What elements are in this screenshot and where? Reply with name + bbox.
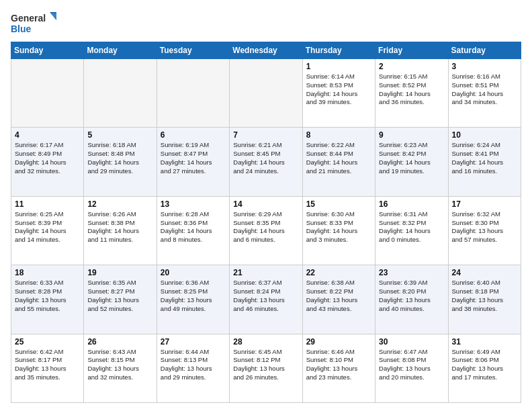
calendar-cell: 18Sunrise: 6:33 AM Sunset: 8:28 PM Dayli… bbox=[11, 265, 84, 334]
day-info: Sunrise: 6:42 AM Sunset: 8:17 PM Dayligh… bbox=[15, 348, 80, 382]
calendar-cell: 2Sunrise: 6:15 AM Sunset: 8:52 PM Daylig… bbox=[375, 59, 448, 128]
day-number: 19 bbox=[87, 268, 152, 277]
day-info: Sunrise: 6:38 AM Sunset: 8:22 PM Dayligh… bbox=[306, 279, 371, 313]
day-info: Sunrise: 6:19 AM Sunset: 8:47 PM Dayligh… bbox=[161, 141, 226, 175]
day-number: 31 bbox=[452, 337, 517, 347]
calendar-cell bbox=[230, 59, 302, 128]
day-number: 5 bbox=[87, 130, 152, 140]
day-number: 25 bbox=[15, 337, 80, 347]
calendar-cell: 14Sunrise: 6:29 AM Sunset: 8:35 PM Dayli… bbox=[230, 196, 302, 265]
col-wednesday: Wednesday bbox=[230, 42, 302, 59]
day-number: 6 bbox=[161, 130, 226, 140]
day-info: Sunrise: 6:44 AM Sunset: 8:13 PM Dayligh… bbox=[161, 348, 226, 382]
day-info: Sunrise: 6:14 AM Sunset: 8:53 PM Dayligh… bbox=[306, 73, 371, 107]
day-info: Sunrise: 6:49 AM Sunset: 8:06 PM Dayligh… bbox=[452, 348, 517, 382]
calendar-cell bbox=[84, 59, 157, 128]
calendar-cell: 6Sunrise: 6:19 AM Sunset: 8:47 PM Daylig… bbox=[157, 128, 229, 196]
day-info: Sunrise: 6:32 AM Sunset: 8:30 PM Dayligh… bbox=[452, 210, 517, 244]
day-info: Sunrise: 6:15 AM Sunset: 8:52 PM Dayligh… bbox=[379, 73, 444, 107]
calendar-header: Sunday Monday Tuesday Wednesday Thursday… bbox=[11, 42, 521, 59]
calendar-cell: 15Sunrise: 6:30 AM Sunset: 8:33 PM Dayli… bbox=[302, 196, 375, 265]
day-info: Sunrise: 6:46 AM Sunset: 8:10 PM Dayligh… bbox=[306, 348, 371, 382]
day-info: Sunrise: 6:31 AM Sunset: 8:32 PM Dayligh… bbox=[379, 210, 444, 244]
calendar-cell: 22Sunrise: 6:38 AM Sunset: 8:22 PM Dayli… bbox=[302, 265, 375, 334]
col-saturday: Saturday bbox=[448, 42, 521, 59]
calendar-cell: 24Sunrise: 6:40 AM Sunset: 8:18 PM Dayli… bbox=[448, 265, 521, 334]
calendar-cell: 27Sunrise: 6:44 AM Sunset: 8:13 PM Dayli… bbox=[157, 334, 229, 402]
day-info: Sunrise: 6:18 AM Sunset: 8:48 PM Dayligh… bbox=[87, 141, 152, 175]
calendar-cell: 19Sunrise: 6:35 AM Sunset: 8:27 PM Dayli… bbox=[84, 265, 157, 334]
day-info: Sunrise: 6:37 AM Sunset: 8:24 PM Dayligh… bbox=[233, 279, 298, 313]
calendar-body: 1Sunrise: 6:14 AM Sunset: 8:53 PM Daylig… bbox=[11, 59, 521, 403]
calendar-cell: 13Sunrise: 6:28 AM Sunset: 8:36 PM Dayli… bbox=[157, 196, 229, 265]
col-tuesday: Tuesday bbox=[157, 42, 229, 59]
day-info: Sunrise: 6:33 AM Sunset: 8:28 PM Dayligh… bbox=[15, 279, 80, 313]
calendar: Sunday Monday Tuesday Wednesday Thursday… bbox=[11, 42, 521, 403]
calendar-week-4: 18Sunrise: 6:33 AM Sunset: 8:28 PM Dayli… bbox=[11, 265, 521, 334]
day-info: Sunrise: 6:28 AM Sunset: 8:36 PM Dayligh… bbox=[161, 210, 226, 244]
calendar-cell: 31Sunrise: 6:49 AM Sunset: 8:06 PM Dayli… bbox=[448, 334, 521, 402]
calendar-table: Sunday Monday Tuesday Wednesday Thursday… bbox=[11, 42, 521, 403]
day-number: 15 bbox=[306, 199, 371, 209]
day-info: Sunrise: 6:29 AM Sunset: 8:35 PM Dayligh… bbox=[233, 210, 298, 244]
calendar-cell: 26Sunrise: 6:43 AM Sunset: 8:15 PM Dayli… bbox=[84, 334, 157, 402]
day-info: Sunrise: 6:21 AM Sunset: 8:45 PM Dayligh… bbox=[233, 141, 298, 175]
header: General Blue bbox=[11, 11, 521, 35]
calendar-cell: 29Sunrise: 6:46 AM Sunset: 8:10 PM Dayli… bbox=[302, 334, 375, 402]
calendar-cell bbox=[157, 59, 229, 128]
day-info: Sunrise: 6:43 AM Sunset: 8:15 PM Dayligh… bbox=[87, 348, 152, 382]
calendar-cell: 1Sunrise: 6:14 AM Sunset: 8:53 PM Daylig… bbox=[302, 59, 375, 128]
day-number: 17 bbox=[452, 199, 517, 209]
svg-text:Blue: Blue bbox=[11, 24, 32, 34]
day-number: 24 bbox=[452, 268, 517, 277]
calendar-cell: 17Sunrise: 6:32 AM Sunset: 8:30 PM Dayli… bbox=[448, 196, 521, 265]
svg-text:General: General bbox=[11, 13, 46, 24]
calendar-cell: 7Sunrise: 6:21 AM Sunset: 8:45 PM Daylig… bbox=[230, 128, 302, 196]
calendar-cell: 4Sunrise: 6:17 AM Sunset: 8:49 PM Daylig… bbox=[11, 128, 84, 196]
day-number: 28 bbox=[233, 337, 298, 347]
day-number: 8 bbox=[306, 130, 371, 140]
day-number: 23 bbox=[379, 268, 444, 277]
day-info: Sunrise: 6:36 AM Sunset: 8:25 PM Dayligh… bbox=[161, 279, 226, 313]
day-number: 20 bbox=[161, 268, 226, 277]
calendar-cell: 20Sunrise: 6:36 AM Sunset: 8:25 PM Dayli… bbox=[157, 265, 229, 334]
calendar-cell: 5Sunrise: 6:18 AM Sunset: 8:48 PM Daylig… bbox=[84, 128, 157, 196]
calendar-cell: 16Sunrise: 6:31 AM Sunset: 8:32 PM Dayli… bbox=[375, 196, 448, 265]
calendar-page: General Blue Sunday Monday Tuesday Wedne… bbox=[0, 0, 532, 411]
day-info: Sunrise: 6:24 AM Sunset: 8:41 PM Dayligh… bbox=[452, 141, 517, 175]
day-number: 9 bbox=[379, 130, 444, 140]
day-number: 16 bbox=[379, 199, 444, 209]
logo: General Blue bbox=[11, 11, 58, 35]
day-info: Sunrise: 6:26 AM Sunset: 8:38 PM Dayligh… bbox=[87, 210, 152, 244]
day-number: 12 bbox=[87, 199, 152, 209]
calendar-cell bbox=[11, 59, 84, 128]
day-number: 29 bbox=[306, 337, 371, 347]
day-number: 3 bbox=[452, 62, 517, 71]
calendar-cell: 30Sunrise: 6:47 AM Sunset: 8:08 PM Dayli… bbox=[375, 334, 448, 402]
calendar-week-1: 1Sunrise: 6:14 AM Sunset: 8:53 PM Daylig… bbox=[11, 59, 521, 128]
day-info: Sunrise: 6:40 AM Sunset: 8:18 PM Dayligh… bbox=[452, 279, 517, 313]
day-number: 13 bbox=[161, 199, 226, 209]
day-number: 30 bbox=[379, 337, 444, 347]
day-number: 22 bbox=[306, 268, 371, 277]
day-info: Sunrise: 6:45 AM Sunset: 8:12 PM Dayligh… bbox=[233, 348, 298, 382]
calendar-cell: 3Sunrise: 6:16 AM Sunset: 8:51 PM Daylig… bbox=[448, 59, 521, 128]
col-sunday: Sunday bbox=[11, 42, 84, 59]
day-info: Sunrise: 6:16 AM Sunset: 8:51 PM Dayligh… bbox=[452, 73, 517, 107]
day-number: 7 bbox=[233, 130, 298, 140]
calendar-cell: 23Sunrise: 6:39 AM Sunset: 8:20 PM Dayli… bbox=[375, 265, 448, 334]
calendar-cell: 21Sunrise: 6:37 AM Sunset: 8:24 PM Dayli… bbox=[230, 265, 302, 334]
calendar-cell: 11Sunrise: 6:25 AM Sunset: 8:39 PM Dayli… bbox=[11, 196, 84, 265]
calendar-week-2: 4Sunrise: 6:17 AM Sunset: 8:49 PM Daylig… bbox=[11, 128, 521, 196]
header-row: Sunday Monday Tuesday Wednesday Thursday… bbox=[11, 42, 521, 59]
day-number: 21 bbox=[233, 268, 298, 277]
col-thursday: Thursday bbox=[302, 42, 375, 59]
day-number: 26 bbox=[87, 337, 152, 347]
calendar-cell: 10Sunrise: 6:24 AM Sunset: 8:41 PM Dayli… bbox=[448, 128, 521, 196]
col-monday: Monday bbox=[84, 42, 157, 59]
day-number: 18 bbox=[15, 268, 80, 277]
day-info: Sunrise: 6:39 AM Sunset: 8:20 PM Dayligh… bbox=[379, 279, 444, 313]
day-info: Sunrise: 6:30 AM Sunset: 8:33 PM Dayligh… bbox=[306, 210, 371, 244]
logo-svg: General Blue bbox=[11, 11, 58, 35]
day-number: 27 bbox=[161, 337, 226, 347]
